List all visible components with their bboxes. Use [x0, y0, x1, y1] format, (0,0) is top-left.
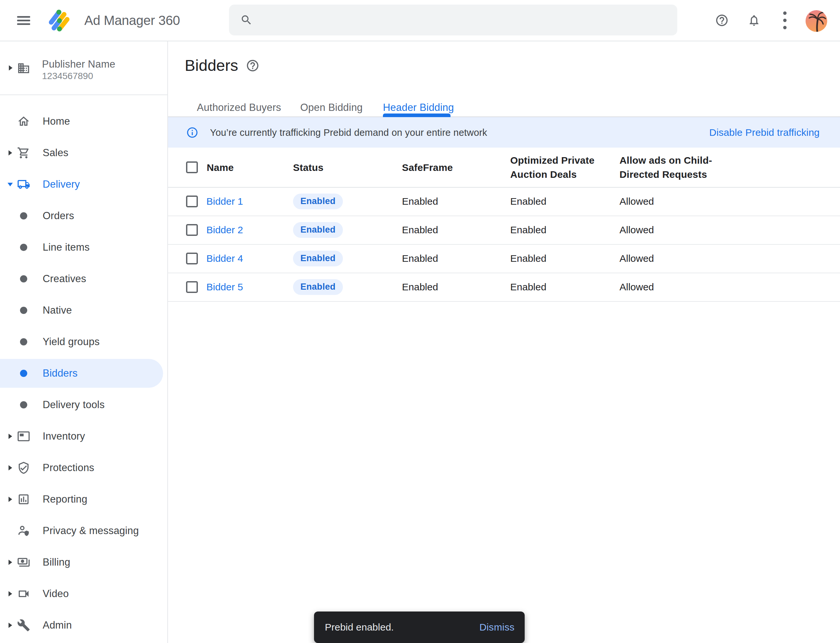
column-header-optimized-private-auction-deals[interactable]: Optimized PrivateAuction Deals: [510, 153, 595, 181]
inventory-icon: [17, 430, 30, 443]
safeframe-value: Enabled: [402, 196, 438, 207]
sidebar-item-creatives[interactable]: Creatives: [0, 263, 167, 295]
help-button[interactable]: [715, 0, 729, 41]
opad-value: Enabled: [510, 281, 546, 293]
bullet-icon: [20, 307, 27, 314]
row-checkbox[interactable]: [186, 253, 198, 264]
app-title: Ad Manager 360: [84, 0, 180, 41]
dismiss-button[interactable]: Dismiss: [479, 622, 515, 633]
opad-value: Enabled: [510, 196, 546, 207]
page-title: Bidders: [185, 56, 238, 75]
row-checkbox[interactable]: [186, 196, 198, 207]
search-bar[interactable]: [229, 5, 677, 36]
child-directed-value: Allowed: [619, 253, 654, 264]
publisher-id: 1234567890: [42, 71, 93, 82]
sidebar-item-billing[interactable]: Billing: [0, 547, 167, 578]
help-icon: [715, 13, 729, 27]
sidebar-item-video[interactable]: Video: [0, 578, 167, 610]
notifications-button[interactable]: [747, 0, 761, 41]
person-shield-icon: [17, 524, 30, 537]
column-header-safeframe[interactable]: SafeFrame: [402, 160, 453, 175]
building-icon: [17, 62, 30, 75]
sidebar-item-sales[interactable]: Sales: [0, 137, 167, 169]
chevron-right-icon: [8, 623, 12, 628]
sidebar-item-yield-groups[interactable]: Yield groups: [0, 326, 167, 357]
select-all-checkbox[interactable]: [186, 162, 198, 173]
sidebar-item-inventory[interactable]: Inventory: [0, 421, 167, 452]
tab-header-bidding[interactable]: Header Bidding: [383, 100, 454, 115]
banner-message: You’re currently trafficking Prebid dema…: [210, 127, 487, 138]
column-header-child-directed[interactable]: Allow ads on Child-Directed Requests: [619, 153, 712, 181]
child-directed-value: Allowed: [619, 224, 654, 235]
child-directed-value: Allowed: [619, 196, 654, 207]
row-checkbox[interactable]: [186, 281, 198, 293]
safeframe-value: Enabled: [402, 224, 438, 235]
search-input[interactable]: [260, 14, 677, 26]
home-icon: [17, 115, 30, 128]
avatar[interactable]: [806, 10, 827, 32]
sidebar-item-reporting[interactable]: Reporting: [0, 483, 167, 515]
video-camera-icon: [17, 587, 30, 601]
info-icon: [186, 126, 199, 139]
sidebar-item-protections[interactable]: Protections: [0, 452, 167, 483]
table-row: Bidder 5 Enabled Enabled Enabled Allowed: [168, 273, 840, 302]
sidebar-item-delivery[interactable]: Delivery: [0, 169, 167, 200]
snackbar-message: Prebid enabled.: [325, 622, 394, 633]
bidder-link[interactable]: Bidder 5: [206, 281, 243, 293]
sidebar-item-admin[interactable]: Admin: [0, 610, 167, 641]
status-badge: Enabled: [293, 251, 343, 266]
chevron-right-icon: [8, 560, 12, 565]
cart-icon: [17, 146, 30, 160]
tab-authorized-buyers[interactable]: Authorized Buyers: [197, 100, 281, 115]
table-row: Bidder 2 Enabled Enabled Enabled Allowed: [168, 215, 840, 245]
opad-value: Enabled: [510, 253, 546, 264]
search-icon: [240, 14, 253, 26]
child-directed-value: Allowed: [619, 281, 654, 293]
sidebar-menu: Home Sales Delivery Orders Line items: [0, 95, 167, 641]
shield-icon: [17, 461, 30, 474]
table-row: Bidder 1 Enabled Enabled Enabled Allowed: [168, 187, 840, 216]
bar-chart-icon: [17, 493, 30, 506]
sidebar-nav: Publisher Name 1234567890 Home Sales Del…: [0, 41, 168, 643]
palm-tree-image: [806, 10, 827, 32]
info-banner: You’re currently trafficking Prebid dema…: [168, 117, 840, 148]
bidder-link[interactable]: Bidder 4: [206, 253, 243, 264]
opad-value: Enabled: [510, 224, 546, 235]
chevron-down-icon: [8, 183, 13, 186]
row-checkbox[interactable]: [186, 224, 198, 236]
payments-icon: [17, 556, 30, 569]
menu-icon[interactable]: [17, 16, 30, 25]
help-icon[interactable]: [246, 59, 260, 72]
sidebar-item-delivery-tools[interactable]: Delivery tools: [0, 389, 167, 421]
sidebar-item-orders[interactable]: Orders: [0, 200, 167, 232]
top-app-bar: Ad Manager 360: [0, 0, 840, 41]
column-header-name[interactable]: Name: [207, 160, 234, 175]
sidebar-item-privacy-messaging[interactable]: Privacy & messaging: [0, 515, 167, 547]
bidder-link[interactable]: Bidder 1: [206, 196, 243, 207]
publisher-selector[interactable]: Publisher Name 1234567890: [0, 41, 168, 95]
chevron-right-icon: [8, 591, 12, 596]
more-options-button[interactable]: [780, 0, 789, 41]
bullet-icon: [20, 370, 27, 377]
tab-open-bidding[interactable]: Open Bidding: [300, 100, 363, 115]
sidebar-item-home[interactable]: Home: [0, 106, 167, 137]
chevron-right-icon: [8, 150, 12, 155]
three-dot-menu-icon: [780, 10, 789, 31]
column-header-status[interactable]: Status: [293, 160, 324, 175]
bidder-link[interactable]: Bidder 2: [206, 224, 243, 235]
publisher-name: Publisher Name: [42, 59, 115, 70]
sidebar-item-native[interactable]: Native: [0, 295, 167, 326]
chevron-right-icon: [8, 434, 12, 439]
disable-prebid-link[interactable]: Disable Prebid trafficking: [709, 127, 820, 138]
snackbar: Prebid enabled. Dismiss: [314, 612, 525, 643]
ad-manager-logo-icon: [46, 7, 74, 34]
safeframe-value: Enabled: [402, 281, 438, 293]
sidebar-item-line-items[interactable]: Line items: [0, 232, 167, 263]
status-badge: Enabled: [293, 194, 343, 209]
wrench-icon: [17, 619, 30, 632]
chevron-right-icon: [8, 465, 12, 470]
chevron-right-icon: [9, 65, 13, 70]
bullet-icon: [20, 244, 27, 251]
truck-icon: [17, 178, 30, 191]
sidebar-item-bidders[interactable]: Bidders: [0, 357, 167, 389]
